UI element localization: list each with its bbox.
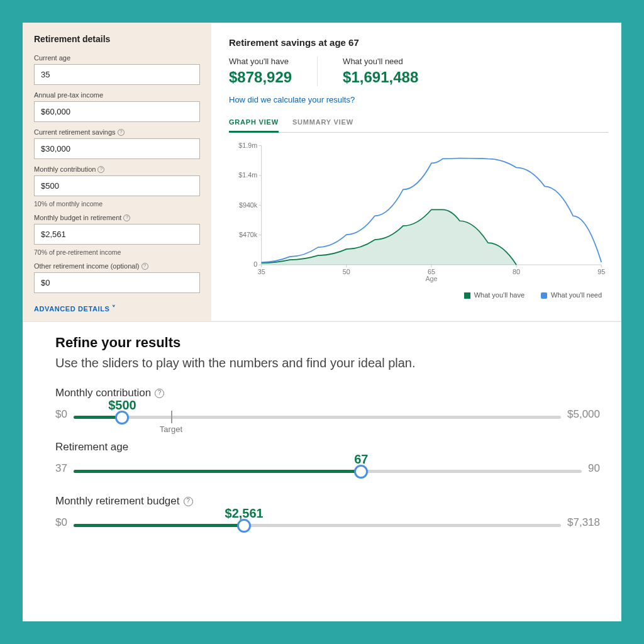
hint-contribution: 10% of monthly income — [34, 200, 200, 208]
input-income[interactable] — [34, 101, 200, 122]
result-have-label: What you'll have — [229, 57, 292, 66]
result-need: What you'll need $1,691,488 — [317, 57, 443, 86]
slider-thumb[interactable] — [237, 519, 251, 533]
input-savings[interactable] — [34, 138, 200, 159]
hint-budget: 70% of pre-retirement income — [34, 248, 200, 256]
retirement-calculator-card: Retirement details Current age Annual pr… — [23, 23, 621, 621]
label-current-age: Current age — [34, 54, 200, 62]
field-income: Annual pre-tax income — [34, 91, 200, 122]
slider-retire-age-min: 37 — [55, 462, 67, 475]
slider-budget-title: Monthly retirement budget ? — [55, 495, 600, 508]
field-savings: Current retirement savings ? — [34, 128, 200, 159]
svg-text:80: 80 — [513, 268, 520, 275]
svg-text:$470k: $470k — [239, 231, 258, 238]
results-summary: What you'll have $878,929 What you'll ne… — [229, 57, 608, 86]
slider-thumb[interactable] — [115, 411, 129, 425]
label-other-income: Other retirement income (optional) ? — [34, 262, 200, 270]
slider-retire-age-block: Retirement age 37 67 90 — [55, 441, 600, 481]
details-heading: Retirement details — [34, 34, 200, 44]
input-budget[interactable] — [34, 224, 200, 245]
svg-text:Age: Age — [425, 275, 437, 282]
label-savings: Current retirement savings ? — [34, 128, 200, 136]
input-contribution[interactable] — [34, 175, 200, 196]
help-icon[interactable]: ? — [184, 497, 193, 506]
help-icon[interactable]: ? — [118, 129, 125, 136]
input-other-income[interactable] — [34, 272, 200, 293]
result-have: What you'll have $878,929 — [229, 57, 317, 86]
results-heading: Retirement savings at age 67 — [229, 37, 608, 48]
tab-summary-view[interactable]: SUMMARY VIEW — [292, 113, 353, 132]
results-tabs: GRAPH VIEW SUMMARY VIEW — [229, 113, 608, 133]
tab-graph-view[interactable]: GRAPH VIEW — [229, 113, 279, 133]
result-need-value: $1,691,488 — [343, 69, 418, 86]
help-icon[interactable]: ? — [97, 166, 104, 173]
top-panel: Retirement details Current age Annual pr… — [23, 23, 621, 322]
slider-contribution-block: Monthly contribution ? $0 Target $500 $5… — [55, 387, 600, 427]
svg-text:$1.4m: $1.4m — [238, 171, 257, 179]
help-icon[interactable]: ? — [142, 263, 148, 270]
field-budget: Monthly budget in retirement ? 70% of pr… — [34, 214, 200, 256]
retirement-details-panel: Retirement details Current age Annual pr… — [23, 23, 211, 321]
result-have-value: $878,929 — [229, 69, 292, 86]
slider-budget-max: $7,318 — [567, 516, 600, 529]
slider-retire-age[interactable]: 67 — [74, 456, 582, 481]
slider-contribution-min: $0 — [55, 408, 67, 421]
slider-retire-age-title: Retirement age — [55, 441, 600, 453]
legend-need: What you'll need — [541, 291, 602, 299]
results-panel: Retirement savings at age 67 What you'll… — [211, 23, 621, 321]
label-contribution: Monthly contribution ? — [34, 165, 200, 173]
label-income: Annual pre-tax income — [34, 91, 200, 99]
field-current-age: Current age — [34, 54, 200, 85]
svg-text:$940k: $940k — [239, 201, 258, 209]
chart-legend: What you'll have What you'll need — [229, 286, 608, 301]
slider-thumb[interactable] — [354, 465, 368, 479]
label-budget: Monthly budget in retirement ? — [34, 214, 200, 221]
field-contribution: Monthly contribution ? 10% of monthly in… — [34, 165, 200, 208]
input-current-age[interactable] — [34, 64, 200, 85]
slider-budget-block: Monthly retirement budget ? $0 $2,561 $7… — [55, 495, 600, 535]
slider-budget-min: $0 — [55, 516, 67, 529]
svg-text:0: 0 — [253, 260, 257, 268]
chart-container: 0$470k$940k$1.4m$1.9m3550658095Age What … — [229, 139, 608, 314]
svg-text:95: 95 — [597, 268, 605, 275]
chevron-down-icon: ˅ — [112, 304, 116, 313]
svg-text:50: 50 — [343, 268, 350, 275]
advanced-details-toggle[interactable]: ADVANCED DETAILS ˅ — [34, 304, 200, 313]
slider-contribution[interactable]: Target $500 — [74, 402, 561, 427]
how-calculated-link[interactable]: How did we calculate your results? — [229, 95, 608, 104]
svg-text:$1.9m: $1.9m — [238, 142, 257, 149]
help-icon[interactable]: ? — [155, 389, 164, 398]
refine-heading: Refine your results — [55, 335, 600, 351]
slider-contribution-max: $5,000 — [567, 408, 600, 421]
slider-retire-age-max: 90 — [588, 462, 600, 475]
refine-panel: Refine your results Use the sliders to p… — [23, 322, 621, 557]
refine-lead: Use the sliders to play with the numbers… — [55, 356, 600, 370]
help-icon[interactable]: ? — [123, 214, 130, 221]
savings-chart: 0$470k$940k$1.4m$1.9m3550658095Age — [229, 139, 608, 284]
svg-text:35: 35 — [258, 268, 265, 275]
slider-contribution-title: Monthly contribution ? — [55, 387, 600, 399]
field-other-income: Other retirement income (optional) ? — [34, 262, 200, 293]
result-need-label: What you'll need — [343, 57, 418, 66]
slider-budget[interactable]: $2,561 — [74, 510, 561, 535]
legend-have: What you'll have — [464, 291, 525, 299]
